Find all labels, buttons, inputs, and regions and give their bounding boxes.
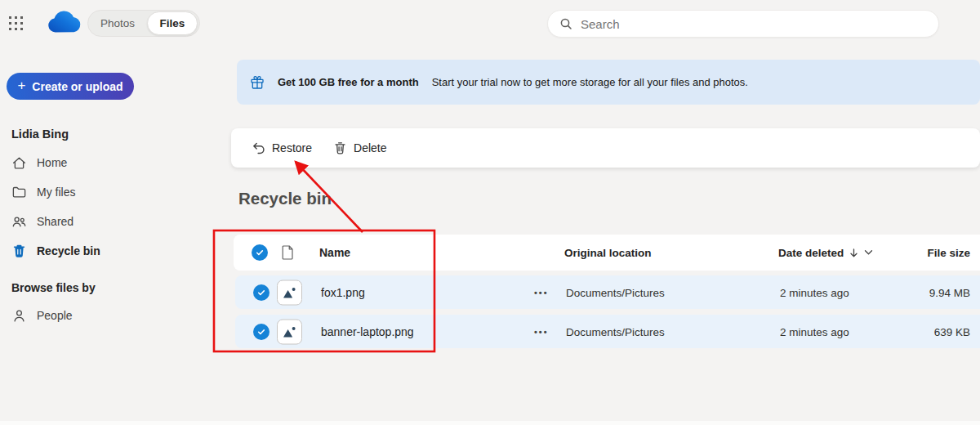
file-size: 9.94 MB bbox=[929, 286, 970, 298]
trash-icon bbox=[333, 141, 347, 155]
search-input[interactable] bbox=[581, 17, 927, 31]
restore-button[interactable]: Restore bbox=[243, 136, 320, 160]
select-all-checkbox[interactable] bbox=[252, 244, 268, 261]
search-bar[interactable] bbox=[547, 10, 939, 38]
row-checkbox[interactable] bbox=[253, 324, 270, 340]
browse-files-by-header: Browse files by bbox=[11, 281, 96, 294]
date-deleted: 2 minutes ago bbox=[780, 325, 849, 338]
column-header-date-deleted[interactable]: Date deleted bbox=[778, 247, 873, 259]
file-size: 639 KB bbox=[934, 325, 970, 338]
app-launcher-icon[interactable] bbox=[9, 16, 25, 33]
person-icon bbox=[11, 308, 27, 324]
column-header-name[interactable]: Name bbox=[319, 246, 350, 259]
image-file-icon bbox=[277, 319, 302, 344]
onedrive-logo-icon[interactable] bbox=[46, 10, 82, 39]
gift-icon bbox=[250, 75, 265, 90]
banner-title: Get 100 GB free for a month bbox=[278, 76, 419, 88]
sidebar-item-my-files[interactable]: My files bbox=[7, 181, 194, 204]
banner-subtitle: Start your trial now to get more storage… bbox=[432, 76, 748, 88]
storage-promo-banner[interactable]: Get 100 GB free for a month Start your t… bbox=[237, 60, 980, 105]
file-type-column-icon[interactable] bbox=[282, 245, 294, 261]
date-deleted: 2 minutes ago bbox=[780, 286, 849, 298]
sort-descending-icon bbox=[849, 248, 858, 257]
column-header-original-location[interactable]: Original location bbox=[564, 247, 652, 259]
sidebar-item-shared[interactable]: Shared bbox=[7, 210, 194, 233]
home-icon bbox=[11, 155, 27, 171]
toggle-photos[interactable]: Photos bbox=[88, 17, 147, 29]
column-header-file-size[interactable]: File size bbox=[927, 247, 970, 259]
create-or-upload-button[interactable]: + Create or upload bbox=[7, 73, 134, 100]
file-name[interactable]: banner-laptop.png bbox=[321, 325, 414, 338]
plus-icon: + bbox=[17, 78, 25, 92]
sidebar-item-home[interactable]: Home bbox=[7, 151, 194, 174]
original-location: Documents/Pictures bbox=[566, 286, 665, 298]
user-name-label: Lidia Bing bbox=[11, 128, 69, 141]
image-file-icon bbox=[277, 280, 302, 305]
original-location: Documents/Pictures bbox=[566, 325, 665, 338]
checkmark-icon bbox=[256, 327, 266, 337]
photos-files-toggle: Photos Files bbox=[87, 10, 200, 37]
search-icon bbox=[559, 17, 572, 30]
toggle-files[interactable]: Files bbox=[147, 11, 198, 35]
table-row-fox1[interactable]: fox1.png ••• Documents/Pictures 2 minute… bbox=[235, 275, 980, 309]
file-name[interactable]: fox1.png bbox=[321, 286, 365, 299]
table-header-row: Name Original location Date deleted File… bbox=[234, 235, 980, 271]
page-title: Recycle bin bbox=[238, 189, 332, 208]
people-icon bbox=[11, 214, 27, 230]
table-row-banner-laptop[interactable]: banner-laptop.png ••• Documents/Pictures… bbox=[235, 315, 980, 348]
delete-button[interactable]: Delete bbox=[325, 136, 394, 160]
sidebar-item-recycle-bin[interactable]: Recycle bin bbox=[7, 239, 194, 262]
restore-icon bbox=[251, 141, 265, 155]
chevron-down-icon[interactable] bbox=[864, 250, 873, 256]
more-options-button[interactable]: ••• bbox=[534, 288, 549, 298]
checkmark-icon bbox=[256, 288, 266, 298]
row-checkbox[interactable] bbox=[253, 284, 270, 301]
more-options-button[interactable]: ••• bbox=[534, 327, 549, 337]
recycle-bin-icon bbox=[11, 244, 27, 259]
checkmark-icon bbox=[255, 248, 265, 257]
sidebar-item-people[interactable]: People bbox=[7, 304, 194, 327]
folder-icon bbox=[11, 185, 27, 200]
command-bar: Restore Delete bbox=[231, 128, 980, 168]
window-bottom-edge bbox=[0, 421, 980, 425]
